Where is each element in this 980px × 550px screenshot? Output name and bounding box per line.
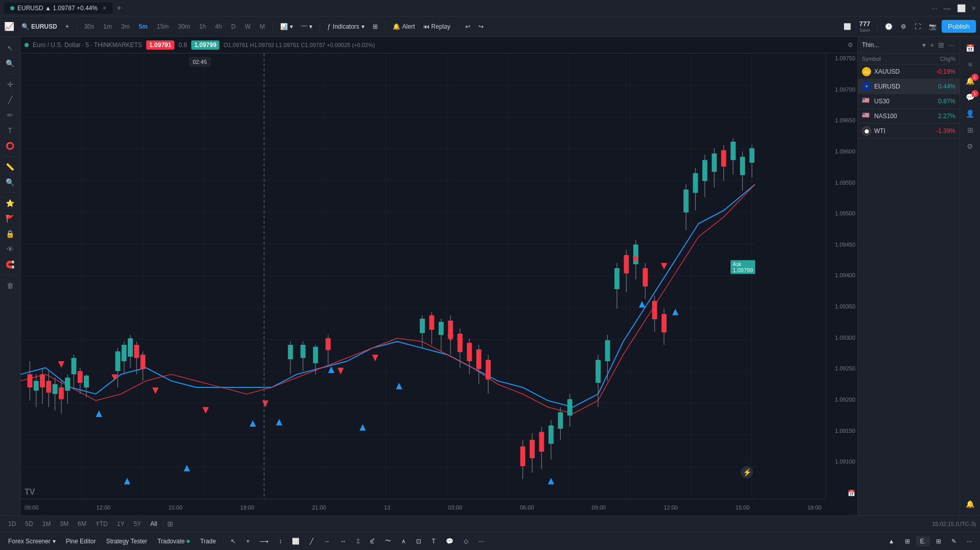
- flag-tool[interactable]: 🚩: [2, 211, 18, 226]
- tf-30s[interactable]: 30s: [81, 21, 98, 32]
- watchlist-more[interactable]: ···: [947, 40, 955, 50]
- redo-button[interactable]: ↪: [475, 21, 487, 32]
- period-5y[interactable]: 5Y: [129, 519, 145, 529]
- active-tab[interactable]: EURUSD ▲ 1.09787 +0.44% ×: [4, 3, 112, 14]
- drawing-zigzag[interactable]: ∧: [397, 536, 410, 546]
- tradovate-button[interactable]: Tradovate: [153, 536, 194, 546]
- add-tab-button[interactable]: +: [115, 2, 123, 15]
- chart-area[interactable]: Euro / U.S. Dollar · 5 · THINKMARKETS 1.…: [20, 37, 857, 515]
- drawing-diag-line[interactable]: ╱: [306, 536, 317, 546]
- publish-button[interactable]: Publish: [942, 20, 976, 33]
- templates-button[interactable]: ⊞: [370, 21, 381, 32]
- edit-bottom[interactable]: ✎: [947, 536, 961, 546]
- replay-button[interactable]: ⏮ Replay: [420, 21, 453, 32]
- save-button[interactable]: 777 Save: [856, 18, 874, 35]
- line-chart-button[interactable]: 〰 ▾: [298, 21, 315, 32]
- indicators-button[interactable]: ƒ Indicators ▾: [324, 21, 368, 32]
- tf-W[interactable]: W: [241, 21, 254, 32]
- maximize-button[interactable]: ⬜: [957, 4, 966, 12]
- period-1d[interactable]: 1D: [4, 519, 20, 529]
- crosshair-tool[interactable]: ✛: [2, 77, 18, 92]
- period-1m[interactable]: 1M: [38, 519, 55, 529]
- drawing-pitchfork[interactable]: ⑄: [352, 536, 364, 546]
- community-icon[interactable]: 💬 1: [962, 90, 978, 104]
- watchlist-item-wti[interactable]: ⬤ WTI -1.39%: [858, 124, 960, 139]
- watchlist-tool[interactable]: ⭐: [2, 196, 18, 210]
- drawing-fib[interactable]: ᘿ: [366, 536, 379, 546]
- drawing-wave[interactable]: 〜: [381, 535, 395, 547]
- profile-icon[interactable]: 👤: [962, 106, 978, 121]
- trade-button[interactable]: Trade: [196, 536, 220, 546]
- layout-icon[interactable]: ⊞: [962, 123, 978, 137]
- tab-close[interactable]: ×: [103, 5, 106, 12]
- watchlist-layout[interactable]: ⊞: [937, 40, 945, 50]
- zoom-tool[interactable]: 🔍: [2, 175, 18, 189]
- shapes-tool[interactable]: ⭕: [2, 139, 18, 153]
- drawing-shapes[interactable]: ◇: [460, 536, 472, 546]
- notifications-icon[interactable]: 🔔 1: [962, 74, 978, 88]
- undo-button[interactable]: ↩: [462, 21, 473, 32]
- tf-4h[interactable]: 4h: [212, 21, 225, 32]
- layout-bottom[interactable]: ⊞: [932, 536, 945, 546]
- drawing-more[interactable]: ···: [474, 536, 488, 546]
- drawing-balloon[interactable]: 💬: [442, 536, 458, 546]
- watchlist-item-eurusd[interactable]: ★ EURUSD 0.44%: [858, 79, 960, 94]
- expand-panel[interactable]: ⊞: [901, 536, 914, 546]
- drawing-vline[interactable]: ↕: [275, 536, 286, 546]
- drawing-measure[interactable]: ⊡: [412, 536, 425, 546]
- settings-button[interactable]: ⚙: [898, 21, 909, 32]
- chart-settings-icon[interactable]: ⚙: [848, 41, 853, 49]
- magnet-tool[interactable]: 🧲: [2, 257, 18, 272]
- watchlist-icon[interactable]: ≡: [962, 57, 978, 72]
- drawing-cross[interactable]: +: [242, 536, 254, 546]
- pen-tool[interactable]: ✏: [2, 108, 18, 122]
- drawing-ray[interactable]: →: [320, 536, 334, 546]
- lightning-icon[interactable]: ⚡: [741, 466, 753, 478]
- drawing-arrows[interactable]: ↔: [336, 536, 350, 546]
- drawing-text[interactable]: T: [427, 536, 439, 546]
- alert-right-icon[interactable]: 🔔: [962, 497, 978, 511]
- tf-D[interactable]: D: [227, 21, 239, 32]
- forex-screener-button[interactable]: Forex Screener ▾: [4, 536, 60, 546]
- clock-button[interactable]: 🕐: [882, 21, 896, 32]
- add-chart-button[interactable]: +: [62, 21, 72, 32]
- period-6m[interactable]: 6M: [74, 519, 90, 529]
- minimize-button[interactable]: —: [944, 4, 951, 12]
- tf-5m[interactable]: 5m: [135, 21, 151, 32]
- scale-calendar[interactable]: 📅: [828, 490, 855, 497]
- watchlist-item-xauusd[interactable]: Au XAUUSD -0.19%: [858, 64, 960, 79]
- more-bottom[interactable]: ···: [963, 536, 976, 546]
- tf-1m[interactable]: 1m: [100, 21, 116, 32]
- drawing-hline[interactable]: ⟶: [256, 536, 272, 546]
- more-options[interactable]: ···: [931, 4, 938, 12]
- text-tool[interactable]: T: [2, 123, 18, 138]
- tf-M[interactable]: M: [256, 21, 268, 32]
- trash-tool[interactable]: 🗑: [2, 278, 18, 293]
- settings-right-icon[interactable]: ⚙: [962, 139, 978, 153]
- period-all[interactable]: All: [146, 519, 161, 529]
- drawing-rect[interactable]: ⬜: [288, 536, 304, 546]
- calendar-icon[interactable]: 📅: [962, 41, 978, 55]
- ruler-tool[interactable]: 📏: [2, 160, 18, 174]
- period-3m[interactable]: 3M: [56, 519, 73, 529]
- watchlist-item-us30[interactable]: 🇺🇸 US30 0.87%: [858, 94, 960, 109]
- search-tool[interactable]: 🔍: [2, 56, 18, 71]
- strategy-tester-button[interactable]: Strategy Tester: [102, 536, 151, 546]
- price-chart[interactable]: 02:45 Ask 1.09799 ⚡: [20, 53, 755, 499]
- period-1y[interactable]: 1Y: [113, 519, 129, 529]
- period-ytd[interactable]: YTD: [92, 519, 112, 529]
- symbol-search[interactable]: 🔍 EURUSD: [18, 21, 60, 32]
- user-badge[interactable]: E.: [916, 536, 930, 546]
- collapse-panel[interactable]: ▲: [884, 536, 899, 546]
- line-tool[interactable]: ╱: [2, 93, 18, 107]
- pine-editor-button[interactable]: Pine Editor: [62, 536, 100, 546]
- close-button[interactable]: ×: [972, 4, 976, 12]
- eye-tool[interactable]: 👁: [2, 242, 18, 256]
- alert-button[interactable]: 🔔 Alert: [390, 21, 418, 32]
- snapshot-button[interactable]: 📷: [926, 21, 940, 32]
- expand-button[interactable]: ⛶: [911, 21, 924, 32]
- tf-1h[interactable]: 1h: [195, 21, 209, 32]
- tf-30m[interactable]: 30m: [174, 21, 193, 32]
- tf-3m[interactable]: 3m: [118, 21, 133, 32]
- lock-tool[interactable]: 🔒: [2, 227, 18, 241]
